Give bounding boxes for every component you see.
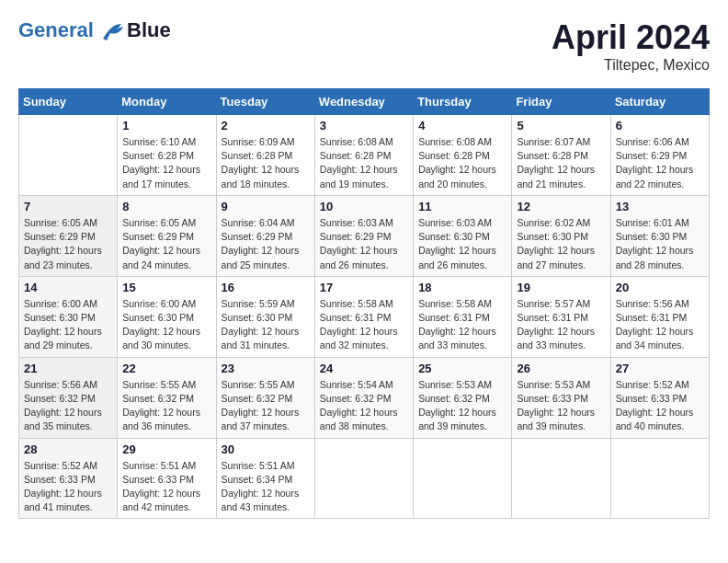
day-info: Sunrise: 6:05 AM Sunset: 6:29 PM Dayligh… [122,216,210,272]
day-info: Sunrise: 5:59 AM Sunset: 6:30 PM Dayligh… [222,297,310,353]
calendar-cell: 18Sunrise: 5:58 AM Sunset: 6:31 PM Dayli… [414,276,512,357]
day-info: Sunrise: 6:04 AM Sunset: 6:29 PM Dayligh… [222,216,310,272]
day-number: 7 [24,200,112,213]
day-number: 16 [222,281,310,294]
column-header-friday: Friday [512,89,610,115]
day-number: 20 [616,281,704,294]
calendar-cell: 4Sunrise: 6:08 AM Sunset: 6:28 PM Daylig… [414,115,512,196]
day-number: 29 [122,442,210,456]
calendar-week-row: 28Sunrise: 5:52 AM Sunset: 6:33 PM Dayli… [19,438,710,519]
day-number: 12 [517,200,605,213]
day-info: Sunrise: 6:01 AM Sunset: 6:30 PM Dayligh… [616,216,704,272]
day-info: Sunrise: 5:55 AM Sunset: 6:32 PM Dayligh… [122,378,210,434]
calendar-cell: 14Sunrise: 6:00 AM Sunset: 6:30 PM Dayli… [19,276,118,357]
calendar-cell: 11Sunrise: 6:03 AM Sunset: 6:30 PM Dayli… [414,195,512,276]
column-header-saturday: Saturday [610,89,709,115]
day-number: 14 [24,281,112,294]
day-number: 24 [320,362,408,375]
day-number: 28 [24,442,112,456]
calendar-cell: 20Sunrise: 5:56 AM Sunset: 6:31 PM Dayli… [610,276,709,357]
day-number: 26 [517,362,605,375]
calendar-body: 1Sunrise: 6:10 AM Sunset: 6:28 PM Daylig… [19,115,710,519]
day-info: Sunrise: 6:08 AM Sunset: 6:28 PM Dayligh… [418,135,506,191]
day-info: Sunrise: 6:00 AM Sunset: 6:30 PM Dayligh… [24,297,112,353]
day-number: 4 [418,119,506,132]
day-info: Sunrise: 5:53 AM Sunset: 6:33 PM Dayligh… [517,378,605,434]
day-number: 19 [517,281,605,294]
calendar-table: SundayMondayTuesdayWednesdayThursdayFrid… [18,88,710,519]
calendar-cell: 30Sunrise: 5:51 AM Sunset: 6:34 PM Dayli… [216,438,314,519]
calendar-cell: 17Sunrise: 5:58 AM Sunset: 6:31 PM Dayli… [314,276,413,357]
calendar-cell [414,438,512,519]
calendar-cell: 16Sunrise: 5:59 AM Sunset: 6:30 PM Dayli… [216,276,314,357]
column-header-monday: Monday [118,89,216,115]
calendar-cell: 6Sunrise: 6:06 AM Sunset: 6:29 PM Daylig… [610,115,709,196]
calendar-cell: 13Sunrise: 6:01 AM Sunset: 6:30 PM Dayli… [610,195,709,276]
calendar-week-row: 14Sunrise: 6:00 AM Sunset: 6:30 PM Dayli… [19,276,710,357]
day-info: Sunrise: 6:08 AM Sunset: 6:28 PM Dayligh… [320,135,408,191]
calendar-cell: 22Sunrise: 5:55 AM Sunset: 6:32 PM Dayli… [118,357,216,438]
day-number: 1 [122,119,210,132]
calendar-cell: 19Sunrise: 5:57 AM Sunset: 6:31 PM Dayli… [512,276,610,357]
calendar-cell: 12Sunrise: 6:02 AM Sunset: 6:30 PM Dayli… [512,195,610,276]
calendar-header-row: SundayMondayTuesdayWednesdayThursdayFrid… [19,89,710,115]
calendar-cell: 5Sunrise: 6:07 AM Sunset: 6:28 PM Daylig… [512,115,610,196]
calendar-week-row: 1Sunrise: 6:10 AM Sunset: 6:28 PM Daylig… [19,115,710,196]
day-number: 22 [122,362,210,375]
day-info: Sunrise: 5:55 AM Sunset: 6:32 PM Dayligh… [222,378,310,434]
day-info: Sunrise: 5:57 AM Sunset: 6:31 PM Dayligh… [517,297,605,353]
calendar-cell: 24Sunrise: 5:54 AM Sunset: 6:32 PM Dayli… [314,357,413,438]
logo-text: General [18,18,125,41]
day-info: Sunrise: 6:09 AM Sunset: 6:28 PM Dayligh… [222,135,310,191]
column-header-tuesday: Tuesday [216,89,314,115]
calendar-week-row: 7Sunrise: 6:05 AM Sunset: 6:29 PM Daylig… [19,195,710,276]
day-number: 18 [418,281,506,294]
day-info: Sunrise: 6:02 AM Sunset: 6:30 PM Dayligh… [517,216,605,272]
calendar-cell: 28Sunrise: 5:52 AM Sunset: 6:33 PM Dayli… [19,438,118,519]
calendar-cell: 3Sunrise: 6:08 AM Sunset: 6:28 PM Daylig… [314,115,413,196]
day-info: Sunrise: 5:51 AM Sunset: 6:33 PM Dayligh… [122,459,210,515]
day-number: 25 [418,362,506,375]
day-number: 5 [517,119,605,132]
page-header: General Blue April 2024 Tiltepec, Mexico [18,18,710,74]
title-block: April 2024 Tiltepec, Mexico [552,18,710,74]
day-info: Sunrise: 6:00 AM Sunset: 6:30 PM Dayligh… [122,297,210,353]
logo: General Blue [18,18,171,42]
day-info: Sunrise: 6:07 AM Sunset: 6:28 PM Dayligh… [517,135,605,191]
day-info: Sunrise: 5:51 AM Sunset: 6:34 PM Dayligh… [222,459,310,515]
day-number: 2 [222,119,310,132]
calendar-cell: 27Sunrise: 5:52 AM Sunset: 6:33 PM Dayli… [610,357,709,438]
day-info: Sunrise: 6:03 AM Sunset: 6:29 PM Dayligh… [320,216,408,272]
column-header-thursday: Thursday [414,89,512,115]
calendar-cell [314,438,413,519]
day-number: 9 [222,200,310,213]
day-info: Sunrise: 5:53 AM Sunset: 6:32 PM Dayligh… [418,378,506,434]
day-number: 27 [616,362,704,375]
calendar-week-row: 21Sunrise: 5:56 AM Sunset: 6:32 PM Dayli… [19,357,710,438]
day-info: Sunrise: 6:06 AM Sunset: 6:29 PM Dayligh… [616,135,704,191]
calendar-cell: 10Sunrise: 6:03 AM Sunset: 6:29 PM Dayli… [314,195,413,276]
day-info: Sunrise: 6:10 AM Sunset: 6:28 PM Dayligh… [122,135,210,191]
calendar-cell: 26Sunrise: 5:53 AM Sunset: 6:33 PM Dayli… [512,357,610,438]
day-info: Sunrise: 5:52 AM Sunset: 6:33 PM Dayligh… [616,378,704,434]
day-number: 30 [222,442,310,456]
calendar-cell: 23Sunrise: 5:55 AM Sunset: 6:32 PM Dayli… [216,357,314,438]
calendar-cell: 1Sunrise: 6:10 AM Sunset: 6:28 PM Daylig… [118,115,216,196]
calendar-cell [512,438,610,519]
day-number: 6 [616,119,704,132]
calendar-cell [19,115,118,196]
day-info: Sunrise: 6:03 AM Sunset: 6:30 PM Dayligh… [418,216,506,272]
day-info: Sunrise: 5:56 AM Sunset: 6:32 PM Dayligh… [24,378,112,434]
day-number: 17 [320,281,408,294]
day-info: Sunrise: 5:56 AM Sunset: 6:31 PM Dayligh… [616,297,704,353]
day-number: 21 [24,362,112,375]
location: Tiltepec, Mexico [552,57,710,74]
day-number: 8 [122,200,210,213]
calendar-cell: 15Sunrise: 6:00 AM Sunset: 6:30 PM Dayli… [118,276,216,357]
day-number: 11 [418,200,506,213]
day-info: Sunrise: 5:52 AM Sunset: 6:33 PM Dayligh… [24,459,112,515]
calendar-cell: 9Sunrise: 6:04 AM Sunset: 6:29 PM Daylig… [216,195,314,276]
calendar-cell: 29Sunrise: 5:51 AM Sunset: 6:33 PM Dayli… [118,438,216,519]
day-number: 13 [616,200,704,213]
calendar-cell [610,438,709,519]
